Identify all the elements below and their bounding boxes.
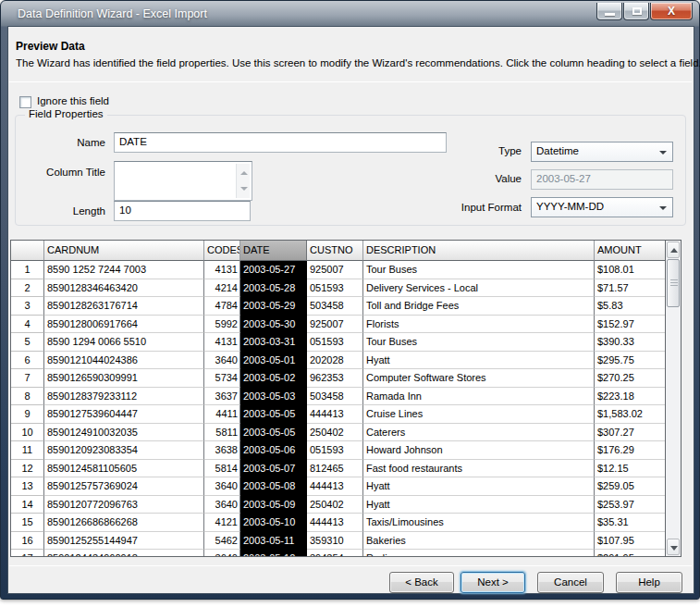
maximize-button[interactable]: [623, 3, 649, 20]
table-row: 15859012668686626841212003-05-10444413Ta…: [11, 514, 665, 532]
column-header-amount[interactable]: AMOUNT: [595, 241, 665, 261]
help-button[interactable]: Help: [616, 572, 682, 593]
column-title-label: Column Title: [13, 167, 105, 178]
cell-cardnum: 8590124434960918: [44, 550, 204, 556]
column-header-custno[interactable]: CUSTNO: [307, 241, 363, 261]
cell-amount: $1,583.02: [595, 405, 665, 424]
length-input[interactable]: 10: [114, 201, 251, 221]
table-row: 17859012443496091836402003-05-12394354Ra…: [11, 550, 665, 556]
cell-description: Howard Johnson: [363, 441, 595, 460]
cell-cardnum: 8590125757369024: [44, 477, 204, 496]
scroll-down-button[interactable]: [667, 539, 680, 555]
cell-rownum: 15: [11, 514, 44, 532]
cell-date: 2003-05-06: [240, 441, 307, 460]
minimize-icon: [605, 13, 615, 16]
type-label: Type: [448, 145, 522, 156]
cell-cardnum: 8590128006917664: [44, 316, 204, 334]
close-button[interactable]: X: [650, 3, 693, 20]
vertical-scrollbar[interactable]: [665, 241, 681, 556]
cell-custno: 962353: [307, 369, 363, 388]
cell-rownum: 11: [11, 441, 44, 460]
header-separator: [9, 81, 692, 82]
page-description: The Wizard has identified the field prop…: [16, 57, 700, 68]
cell-codes: 3640: [204, 477, 240, 496]
table-row: 8859012837923311236372003-05-03503458Ram…: [11, 388, 665, 406]
cell-rownum: 12: [11, 460, 44, 478]
spinner-up-icon[interactable]: [240, 171, 248, 175]
input-format-dropdown[interactable]: YYYY-MM-DD: [531, 197, 673, 217]
cell-codes: 3640: [204, 550, 240, 556]
cell-custno: 250402: [307, 496, 363, 514]
ignore-field-checkbox[interactable]: [19, 96, 31, 108]
cell-description: Florists: [363, 316, 595, 334]
titlebar[interactable]: Data Definition Wizard - Excel Import X: [1, 1, 699, 27]
name-input[interactable]: DATE: [114, 132, 447, 153]
cell-codes: 4784: [204, 297, 240, 316]
cell-amount: $5.83: [595, 297, 665, 316]
column-header-date[interactable]: DATE: [240, 241, 307, 261]
ignore-field-label: Ignore this field: [37, 95, 109, 106]
value-label: Value: [448, 173, 522, 184]
scroll-up-button[interactable]: [667, 242, 680, 258]
column-header-description[interactable]: DESCRIPTION: [363, 241, 595, 261]
screen: Data Definition Wizard - Excel Import X …: [0, 0, 700, 607]
cell-cardnum: 8590124910032035: [44, 424, 204, 442]
cell-custno: 359310: [307, 532, 363, 551]
next-button[interactable]: Next >: [461, 572, 525, 593]
cancel-button[interactable]: Cancel: [537, 572, 604, 593]
cell-amount: $107.95: [595, 532, 665, 551]
cell-description: Hyatt: [363, 352, 595, 370]
cell-codes: 5814: [204, 460, 240, 478]
length-label: Length: [31, 205, 105, 217]
cell-amount: $108.01: [595, 261, 665, 279]
cell-cardnum: 8590127539604447: [44, 405, 204, 424]
cell-cardnum: 8590126686866268: [44, 514, 204, 532]
cell-date: 2003-05-09: [240, 496, 307, 514]
type-dropdown[interactable]: Datetime: [531, 142, 673, 162]
cell-date: 2003-05-02: [240, 369, 307, 388]
scrollbar-thumb[interactable]: [667, 259, 680, 307]
table-row: 7859012659030999157342003-05-02962353Com…: [11, 369, 665, 388]
cell-amount: $152.97: [595, 316, 665, 334]
cell-description: Caterers: [363, 424, 595, 442]
cell-cardnum: 8590125255144947: [44, 532, 204, 551]
cell-rownum: 16: [11, 532, 44, 551]
field-properties-group-label: Field Properties: [25, 108, 107, 119]
scroll-up-icon: [670, 248, 678, 253]
cell-amount: $270.25: [595, 369, 665, 388]
cell-description: Hyatt: [363, 477, 595, 496]
column-header-cardnum[interactable]: CARDNUM: [44, 241, 204, 261]
dropdown-arrow-icon: [659, 151, 667, 155]
cell-rownum: 6: [11, 352, 44, 370]
cell-custno: 444413: [307, 514, 363, 532]
column-header-codes[interactable]: CODES: [204, 241, 240, 261]
table-row: 12859012458110560558142003-05-07812465Fa…: [11, 460, 665, 478]
spinner-down-icon[interactable]: [240, 187, 248, 191]
cell-custno: 925007: [307, 261, 363, 279]
cell-cardnum: 8590120772096763: [44, 496, 204, 514]
dropdown-arrow-icon: [659, 206, 667, 210]
cell-codes: 5734: [204, 369, 240, 388]
cell-custno: 202028: [307, 352, 363, 370]
cell-description: Toll and Bridge Fees: [363, 297, 595, 316]
cell-custno: 503458: [307, 388, 363, 406]
cell-amount: $12.15: [595, 460, 665, 478]
minimize-button[interactable]: [596, 3, 622, 20]
back-button[interactable]: < Back: [389, 572, 454, 593]
cell-cardnum: 8590128263176714: [44, 297, 204, 316]
table-row: 9859012753960444744112003-05-05444413Cru…: [11, 405, 665, 424]
table-row: 11859012092308335436382003-05-06051593Ho…: [11, 441, 665, 460]
column-title-spinner[interactable]: [236, 164, 250, 198]
cell-custno: 444413: [307, 477, 363, 496]
cell-custno: 250402: [307, 424, 363, 442]
cell-cardnum: 8590128379233112: [44, 388, 204, 406]
cell-codes: 3637: [204, 388, 240, 406]
column-title-input[interactable]: [114, 161, 252, 201]
cell-date: 2003-05-01: [240, 352, 307, 370]
column-header-rownum[interactable]: [11, 241, 44, 261]
cell-date: 2003-05-12: [240, 550, 307, 556]
cell-date: 2003-05-03: [240, 388, 307, 406]
table-body: 18590 1252 7244 700341312003-05-27925007…: [11, 261, 665, 556]
cell-amount: $253.97: [595, 496, 665, 514]
dialog-body: Preview Data The Wizard has identified t…: [8, 27, 694, 593]
